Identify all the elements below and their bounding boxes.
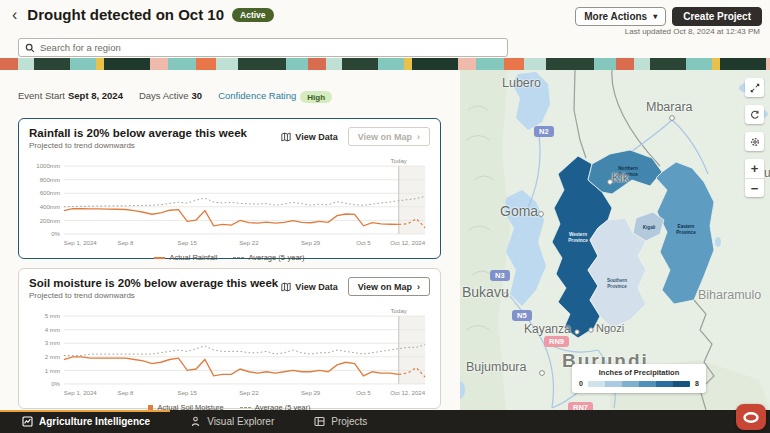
legend-marker [233, 257, 244, 258]
expand-icon [749, 82, 761, 94]
svg-text:Today: Today [391, 307, 408, 314]
svg-text:1000mm: 1000mm [36, 162, 60, 169]
province-choropleth[interactable] [552, 150, 714, 338]
svg-text:Southern: Southern [607, 278, 627, 283]
caret-down-icon: ▾ [653, 12, 657, 21]
view-on-map-button[interactable]: View on Map › [348, 277, 430, 296]
map-label-lubero: Lubero [502, 76, 541, 90]
more-actions-label: More Actions [584, 11, 647, 22]
tab-label: Projects [331, 416, 367, 427]
chevron-right-icon: › [417, 282, 420, 292]
explorer-person-icon [190, 416, 201, 427]
country-border [612, 70, 660, 166]
confidence-badge: High [300, 91, 332, 103]
svg-text:Sep 8: Sep 8 [118, 239, 135, 246]
view-on-map-label: View on Map [358, 132, 412, 142]
svg-text:Oct 12, 2024: Oct 12, 2024 [390, 389, 426, 396]
tab-visual-explorer[interactable]: Visual Explorer [170, 410, 294, 433]
tab-label: Agriculture Intelligence [39, 416, 150, 427]
decorative-banner [0, 58, 770, 70]
view-on-map-button[interactable]: View on Map › [348, 127, 430, 146]
soil-card-title: Soil moisture is 20% below average this … [29, 277, 278, 289]
map-fold-icon [281, 132, 291, 142]
svg-text:0%: 0% [51, 230, 60, 237]
country-border [574, 70, 586, 158]
svg-text:3 mm: 3 mm [45, 339, 60, 346]
svg-text:0%: 0% [51, 380, 60, 387]
rotate-icon [749, 109, 761, 121]
svg-text:Sep 15: Sep 15 [178, 389, 198, 396]
days-active-value: 30 [192, 90, 203, 101]
svg-text:Sep 29: Sep 29 [301, 389, 321, 396]
map-panel[interactable]: Northern Province Western Province Easte… [460, 70, 770, 410]
road-badge-rn9: RN9 [544, 336, 569, 347]
confidence-rating-link[interactable]: Confidence Rating [218, 90, 296, 101]
app-window: ‹ Drought detected on Oct 10 Active More… [0, 0, 770, 433]
insights-panel: Event StartSept 8, 2024 Days Active30 Co… [0, 70, 460, 410]
back-chevron-icon[interactable]: ‹ [10, 7, 19, 23]
soil-moisture-card: Soil moisture is 20% below average this … [18, 268, 441, 409]
map-controls: + − [745, 78, 764, 197]
road-badge-rn7: RN7 [568, 402, 593, 410]
svg-text:2 mm: 2 mm [45, 353, 60, 360]
map-label-fragment: Kik [612, 171, 629, 185]
region-search [18, 38, 508, 57]
search-input[interactable] [40, 42, 501, 53]
rainfall-card-title: Rainfall is 20% below average this week [29, 127, 247, 139]
event-start-value: Sept 8, 2024 [68, 90, 123, 101]
svg-text:Sep 22: Sep 22 [239, 239, 259, 246]
svg-text:5 mm: 5 mm [45, 312, 60, 319]
last-updated-text: Last updated Oct 8, 2024 at 12:43 PM [625, 27, 760, 36]
legend-item: Average (5-year) [233, 253, 304, 262]
svg-text:1 mm: 1 mm [45, 367, 60, 374]
legend-gradient-bar [588, 381, 690, 387]
zoom-out-button[interactable]: − [745, 178, 764, 197]
road-badge-n5: N5 [512, 310, 532, 321]
oracle-o-icon [742, 411, 760, 424]
view-data-button[interactable]: View Data [281, 132, 337, 142]
map-label-kayanza: Kayanza [524, 322, 571, 336]
more-actions-button[interactable]: More Actions ▾ [575, 7, 666, 26]
search-icon [25, 43, 35, 53]
reset-bearing-button[interactable] [745, 105, 764, 124]
zoom-in-button[interactable]: + [745, 159, 764, 178]
map-settings-button[interactable] [745, 132, 764, 151]
expand-map-button[interactable] [745, 78, 764, 97]
tab-projects[interactable]: Projects [294, 410, 387, 433]
legend-min: 0 [579, 380, 583, 387]
svg-text:Sep 8: Sep 8 [118, 389, 135, 396]
legend-item: Actual Soil Moisture [148, 403, 223, 410]
projects-window-icon [314, 416, 325, 427]
svg-text:Western: Western [569, 232, 587, 237]
event-start-label: Event Start [18, 90, 65, 101]
tab-agriculture-intelligence[interactable]: Agriculture Intelligence [0, 410, 170, 433]
chat-launcher-button[interactable] [736, 404, 766, 430]
map-label-ngozi: Ngozi [596, 322, 624, 334]
bottom-nav: Agriculture Intelligence Visual Explorer… [0, 410, 770, 433]
svg-text:Sep 1, 2024: Sep 1, 2024 [64, 389, 97, 396]
view-data-label: View Data [295, 282, 337, 292]
soil-card-subtitle: Projected to trend downwards [29, 291, 278, 300]
status-badge: Active [232, 8, 274, 22]
view-data-label: View Data [295, 132, 337, 142]
create-project-button[interactable]: Create Project [672, 7, 762, 26]
precipitation-legend: Inches of Precipitation 0 8 [572, 364, 706, 393]
svg-text:Province: Province [676, 230, 696, 235]
days-active-label: Days Active [139, 90, 189, 101]
tab-label: Visual Explorer [207, 416, 274, 427]
page-title: Drought detected on Oct 10 [27, 6, 224, 23]
svg-text:Sep 1, 2024: Sep 1, 2024 [64, 239, 97, 246]
map-label-bujumbura: Bujumbura [466, 360, 526, 374]
legend-item: Average (5 year) [240, 403, 311, 410]
svg-text:Province: Province [607, 284, 627, 289]
soil-moisture-chart: 5 mm4 mm3 mm2 mm1 mm0%Sep 1, 2024Sep 8Se… [29, 304, 430, 398]
svg-text:800mm: 800mm [40, 176, 60, 183]
map-label-goma: Goma [500, 203, 538, 219]
map-fold-icon [281, 282, 291, 292]
svg-text:Sep 29: Sep 29 [301, 239, 321, 246]
svg-text:Province: Province [568, 238, 588, 243]
terrain-shade [460, 70, 510, 410]
svg-text:600mm: 600mm [40, 189, 60, 196]
svg-text:Oct 5: Oct 5 [356, 239, 371, 246]
view-data-button[interactable]: View Data [281, 282, 337, 292]
